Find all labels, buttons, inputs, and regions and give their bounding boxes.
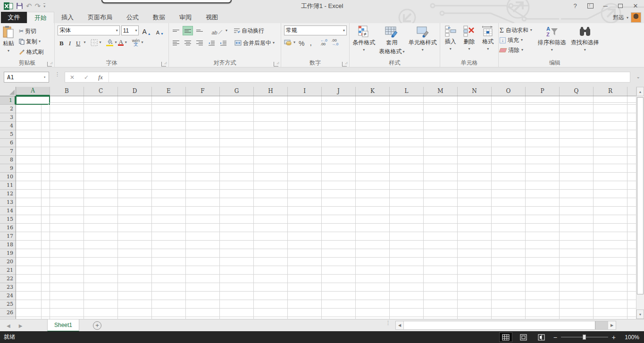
row-header-1[interactable]: 1 [0,96,16,105]
decrease-indent-button[interactable] [206,38,217,48]
zoom-slider[interactable] [561,337,608,337]
row-header-24[interactable]: 24 [0,292,16,300]
select-all-button[interactable] [0,87,16,96]
font-color-dropdown-icon[interactable]: ▾ [125,41,127,44]
alignment-dialog-launcher-icon[interactable] [274,62,278,67]
row-header-23[interactable]: 23 [0,283,16,292]
expand-formula-bar-icon[interactable]: ⌄ [636,74,640,79]
column-header-R[interactable]: R [594,87,627,96]
copy-dropdown-icon[interactable]: ▾ [39,40,41,43]
orientation-icon[interactable]: ab⟋ [209,26,225,35]
format-painter-button[interactable]: 格式刷 [18,47,44,57]
cancel-icon[interactable]: ✕ [65,74,79,81]
row-header-8[interactable]: 8 [0,156,16,164]
zoom-out-icon[interactable]: − [553,335,557,340]
formula-input[interactable] [110,72,630,82]
vertical-scrollbar[interactable]: ▲ ▼ [636,87,644,319]
fill-button[interactable]: ↓ 填充 ▾ [500,36,532,44]
column-header-C[interactable]: C [84,87,118,96]
zoom-percentage[interactable]: 100% [621,334,639,341]
increase-decimal-button[interactable]: ←.0 .00 [319,39,329,46]
column-header-Q[interactable]: Q [560,87,594,96]
name-box-dropdown-icon[interactable]: ▾ [43,75,46,79]
insert-function-icon[interactable]: fx [93,74,108,81]
user-avatar[interactable] [631,12,641,23]
row-header-26[interactable]: 26 [0,309,16,317]
sort-filter-button[interactable]: A Z 排序和筛选 ▾ [536,24,568,59]
autosum-button[interactable]: Σ 自动求和 ▾ [500,26,532,34]
scroll-up-icon[interactable]: ▲ [636,87,644,96]
borders-dropdown-icon[interactable]: ▾ [99,41,101,44]
scroll-right-icon[interactable]: ▶ [608,321,616,329]
row-header-3[interactable]: 3 [0,113,16,122]
delete-cells-button[interactable]: 删除 ▾ [461,24,477,59]
cell-styles-button[interactable]: 单元格样式 ▾ [407,24,439,59]
borders-icon[interactable] [91,39,98,46]
column-header-P[interactable]: P [526,87,560,96]
accounting-dropdown-icon[interactable]: ▾ [293,41,295,44]
close-icon[interactable]: ✕ [629,1,642,11]
scroll-left-icon[interactable]: ◀ [396,321,404,329]
row-header-12[interactable]: 12 [0,190,16,198]
italic-button[interactable]: I [67,38,73,47]
column-header-F[interactable]: F [186,87,220,96]
formula-bar-resize-handle[interactable]: ⋮ [55,73,60,75]
column-header-N[interactable]: N [458,87,492,96]
format-as-table-button[interactable]: 套用 表格格式 ▾ [377,24,406,59]
column-header-M[interactable]: M [424,87,458,96]
page-layout-view-button[interactable] [518,333,530,342]
increase-font-size-button[interactable]: A▲ [140,26,152,35]
number-dialog-launcher-icon[interactable] [342,62,347,67]
decrease-font-size-button[interactable]: A▼ [154,26,166,35]
insert-cells-button[interactable]: 插入 ▾ [443,24,459,59]
clipboard-dialog-launcher-icon[interactable] [47,62,52,67]
accounting-format-icon[interactable] [284,39,292,46]
fill-handle[interactable] [48,103,50,105]
ribbon-display-options-icon[interactable] [584,1,597,11]
tab-data[interactable]: 数据 [146,12,172,23]
row-header-13[interactable]: 13 [0,198,16,207]
row-header-10[interactable]: 10 [0,173,16,181]
previous-sheet-icon[interactable]: ◀ [7,323,10,328]
column-header-D[interactable]: D [118,87,152,96]
row-header-11[interactable]: 11 [0,181,16,190]
fill-dropdown-icon[interactable]: ▾ [521,38,523,42]
tab-insert[interactable]: 插入 [54,12,81,23]
row-header-14[interactable]: 14 [0,207,16,215]
enter-icon[interactable]: ✓ [79,74,93,81]
align-right-button[interactable] [194,38,205,48]
tab-page-layout[interactable]: 页面布局 [81,12,119,23]
wrap-text-button[interactable]: 自动换行 [233,25,265,36]
horizontal-scroll-track[interactable] [595,321,608,329]
font-name-combo[interactable]: 宋体 ▾ [58,25,120,35]
align-center-button[interactable] [183,38,193,48]
merge-center-dropdown-icon[interactable]: ▾ [273,41,275,45]
help-icon[interactable]: ? [569,1,582,11]
row-header-19[interactable]: 19 [0,249,16,258]
column-header-I[interactable]: I [288,87,322,96]
paste-dropdown-icon[interactable]: ▾ [8,49,9,53]
font-dialog-launcher-icon[interactable] [161,62,166,67]
account-area[interactable]: 邢远 ▾ [613,12,641,23]
tab-view[interactable]: 视图 [199,12,225,23]
paste-button[interactable]: 粘贴 ▾ [1,24,16,59]
row-header-9[interactable]: 9 [0,164,16,173]
column-header-E[interactable]: E [152,87,186,96]
horizontal-scrollbar[interactable]: ◀ ▶ [395,321,616,330]
selected-cell-A1[interactable] [16,96,50,105]
percent-style-button[interactable]: % [297,38,306,47]
tab-home[interactable]: 开始 [27,12,54,23]
zoom-in-icon[interactable]: + [612,335,616,340]
decrease-decimal-button[interactable]: .00 →.0 [330,39,340,46]
bottom-align-button[interactable] [194,26,205,35]
column-header-L[interactable]: L [390,87,424,96]
account-dropdown-icon[interactable]: ▾ [627,16,628,20]
column-header-G[interactable]: G [220,87,254,96]
fill-color-dropdown-icon[interactable]: ▾ [115,41,117,44]
tab-file[interactable]: 文件 [1,12,27,23]
copy-button[interactable]: 复制 ▾ [18,36,44,47]
minimize-icon[interactable]: ─ [599,1,612,11]
number-format-combo[interactable]: 常规 ▾ [284,25,347,35]
align-left-button[interactable] [171,38,181,48]
tab-scroll-resize-handle[interactable]: ⋮ [385,322,391,324]
